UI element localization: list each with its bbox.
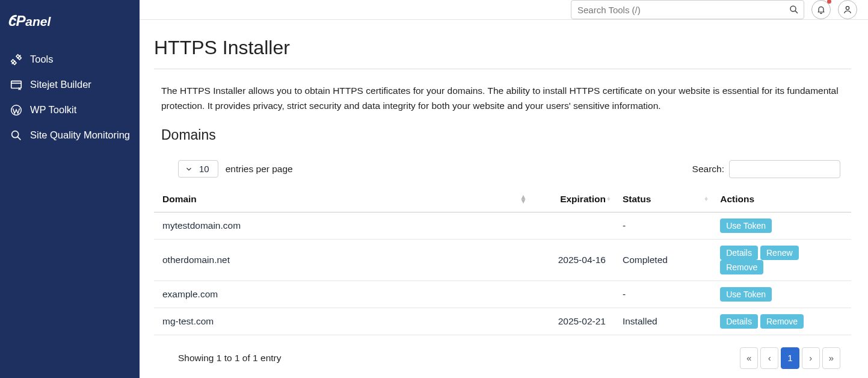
- cell-actions: Use Token: [712, 212, 851, 239]
- col-status-label: Status: [623, 194, 651, 204]
- cell-status: Completed: [614, 239, 712, 280]
- chevron-down-icon: [185, 165, 193, 173]
- sidebar-item-sitequality[interactable]: Site Quality Monitoring: [0, 123, 140, 148]
- search-icon[interactable]: [789, 4, 799, 15]
- cell-expiration: 2025-04-16: [531, 239, 614, 280]
- cell-domain: otherdomain.net: [154, 239, 531, 280]
- tools-icon: [10, 53, 23, 66]
- content: HTTPS Installer The HTTPS Installer allo…: [140, 20, 868, 378]
- details-button[interactable]: Details: [720, 314, 758, 329]
- use-token-button[interactable]: Use Token: [720, 218, 772, 233]
- entries-select[interactable]: 10: [178, 160, 218, 178]
- col-actions: Actions: [712, 187, 851, 212]
- cell-domain: mg-test.com: [154, 308, 531, 335]
- sort-icon: ▲▼: [520, 194, 527, 203]
- cell-domain: example.com: [154, 280, 531, 308]
- search-input[interactable]: [571, 0, 804, 19]
- table-row: mytestdomain.com-Use Token: [154, 212, 851, 239]
- page-description: The HTTPS Installer allows you to obtain…: [161, 84, 849, 114]
- svg-point-7: [846, 7, 849, 10]
- svg-point-6: [790, 6, 796, 11]
- showing-text: Showing 1 to 1 of 1 entry: [178, 353, 281, 364]
- sidebar-item-tools[interactable]: Tools: [0, 47, 140, 72]
- table-search-input[interactable]: [729, 160, 840, 178]
- entries-per-page: 10 entries per page: [178, 160, 293, 178]
- col-domain[interactable]: Domain ▲▼: [154, 187, 531, 212]
- table-search: Search:: [692, 160, 840, 178]
- use-token-button[interactable]: Use Token: [720, 287, 772, 302]
- notifications-button[interactable]: [811, 0, 831, 19]
- sidebar-item-label: Site Quality Monitoring: [30, 129, 130, 141]
- cell-actions: DetailsRemove: [712, 308, 851, 335]
- sidebar: c P anel Tools Sitejet Builder WP Toolki…: [0, 0, 140, 378]
- magnifier-icon: [10, 129, 23, 142]
- cell-status: -: [614, 280, 712, 308]
- pager-prev[interactable]: ‹: [760, 347, 778, 369]
- col-status[interactable]: Status ♦: [614, 187, 712, 212]
- sidebar-item-label: Sitejet Builder: [30, 78, 91, 91]
- topbar: [140, 0, 868, 20]
- page-title: HTTPS Installer: [154, 31, 851, 69]
- wordpress-icon: [10, 104, 23, 117]
- cell-status: Installed: [614, 308, 712, 335]
- entries-value: 10: [199, 164, 209, 174]
- bell-icon: [816, 5, 826, 14]
- account-button[interactable]: [838, 0, 857, 19]
- table-controls: 10 entries per page Search:: [154, 160, 851, 187]
- pager-next[interactable]: ›: [802, 347, 820, 369]
- pager-last[interactable]: »: [822, 347, 840, 369]
- sidebar-item-wptoolkit[interactable]: WP Toolkit: [0, 98, 140, 123]
- pager-first[interactable]: «: [740, 347, 758, 369]
- cell-expiration: [531, 212, 614, 239]
- brand-logo[interactable]: c P anel: [0, 8, 140, 47]
- svg-text:P: P: [16, 13, 26, 29]
- domains-heading: Domains: [161, 127, 851, 143]
- table-search-label: Search:: [692, 164, 724, 175]
- col-actions-label: Actions: [720, 194, 754, 204]
- svg-point-5: [12, 131, 19, 137]
- remove-button[interactable]: Remove: [720, 260, 763, 274]
- col-expiration[interactable]: Expiration ♦: [531, 187, 614, 212]
- table-footer: Showing 1 to 1 of 1 entry « ‹ 1 › »: [154, 335, 851, 369]
- pager: « ‹ 1 › »: [740, 347, 840, 369]
- cpanel-logo-icon: c P anel: [8, 12, 84, 31]
- sort-icon: ♦: [607, 197, 611, 201]
- col-expiration-label: Expiration: [560, 194, 606, 204]
- col-domain-label: Domain: [162, 194, 197, 204]
- cell-expiration: 2025-02-21: [531, 308, 614, 335]
- cell-actions: Use Token: [712, 280, 851, 308]
- table-row: example.com-Use Token: [154, 280, 851, 308]
- cell-domain: mytestdomain.com: [154, 212, 531, 239]
- renew-button[interactable]: Renew: [760, 246, 799, 260]
- domains-table: Domain ▲▼ Expiration ♦ Status ♦ Actions: [154, 187, 851, 335]
- table-row: otherdomain.net2025-04-16CompletedDetail…: [154, 239, 851, 280]
- svg-rect-3: [11, 81, 22, 88]
- notification-dot-icon: [827, 0, 831, 4]
- cell-status: -: [614, 212, 712, 239]
- pager-current[interactable]: 1: [781, 347, 799, 369]
- entries-label: entries per page: [226, 164, 293, 175]
- details-button[interactable]: Details: [720, 246, 758, 260]
- sitejet-icon: [10, 78, 23, 91]
- remove-button[interactable]: Remove: [760, 314, 804, 329]
- table-row: mg-test.com2025-02-21InstalledDetailsRem…: [154, 308, 851, 335]
- user-icon: [843, 5, 852, 14]
- sidebar-item-label: Tools: [30, 53, 54, 66]
- global-search: [571, 0, 804, 19]
- sidebar-item-sitejet[interactable]: Sitejet Builder: [0, 72, 140, 98]
- cell-expiration: [531, 280, 614, 308]
- svg-text:anel: anel: [25, 14, 51, 28]
- sort-icon: ♦: [704, 197, 708, 201]
- sidebar-item-label: WP Toolkit: [30, 104, 76, 116]
- divider: [154, 69, 851, 69]
- cell-actions: DetailsRenewRemove: [712, 239, 851, 280]
- main-area: HTTPS Installer The HTTPS Installer allo…: [140, 0, 868, 378]
